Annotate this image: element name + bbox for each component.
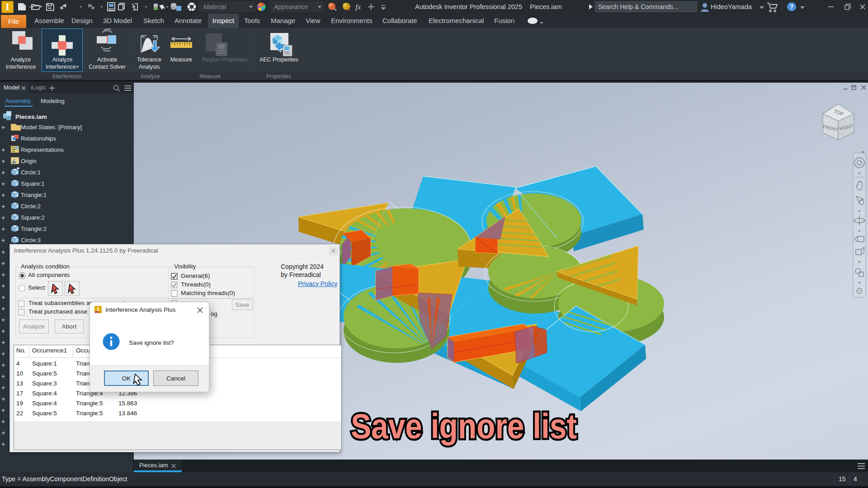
svg-text:Save ignore list: Save ignore list [351,406,577,446]
svg-text:Square:2: Square:2 [21,214,45,221]
svg-text:+: + [1,441,5,448]
svg-text:+: + [1,169,5,176]
svg-text:Square:1: Square:1 [21,180,45,187]
svg-text:+: + [1,124,5,131]
svg-text:+: + [1,418,5,425]
svg-text:+: + [1,350,5,357]
svg-text:+: + [1,192,5,199]
svg-text:+: + [1,203,5,210]
svg-text:Representations: Representations [21,146,64,153]
svg-text:Appearance: Appearance [274,3,308,10]
svg-text:+: + [1,158,5,165]
svg-text:PRO: PRO [95,312,99,314]
svg-text:Circle:2: Circle:2 [21,203,41,210]
svg-text:+: + [1,271,5,278]
svg-text:+: + [1,260,5,267]
svg-text:I: I [6,2,9,12]
svg-text:+: + [1,373,5,380]
svg-text:+: + [1,249,5,256]
svg-text:+: + [1,225,5,233]
svg-text:+: + [1,282,5,290]
svg-text:+: + [1,294,5,301]
svg-text:Circle:1: Circle:1 [21,169,41,176]
svg-text:fx: fx [355,3,361,11]
svg-text:Pieces.iam: Pieces.iam [15,113,47,120]
svg-text:+: + [1,407,5,414]
svg-text:Relationships: Relationships [21,135,57,142]
svg-text:Material: Material [203,3,226,10]
svg-text:Model States: [Primary]: Model States: [Primary] [21,124,82,131]
svg-text:+: + [1,339,5,346]
svg-text:?: ? [790,3,794,10]
svg-text:+: + [1,146,5,154]
svg-text:+: + [1,328,5,335]
svg-text:+: + [1,316,5,324]
svg-text:Origin: Origin [21,158,37,164]
svg-text:Triangle:2: Triangle:2 [21,225,47,232]
svg-text:+: + [1,361,5,369]
svg-text:+: + [1,237,5,244]
svg-text:Circle:3: Circle:3 [21,237,41,244]
svg-text:Triangle:1: Triangle:1 [21,192,47,198]
svg-text:+: + [1,395,5,403]
svg-text:+: + [1,429,5,436]
svg-text:+: + [1,214,5,221]
svg-text:+: + [1,384,5,391]
svg-text:+: + [1,180,5,188]
svg-text:I: I [97,306,99,312]
svg-text:+: + [1,305,5,312]
